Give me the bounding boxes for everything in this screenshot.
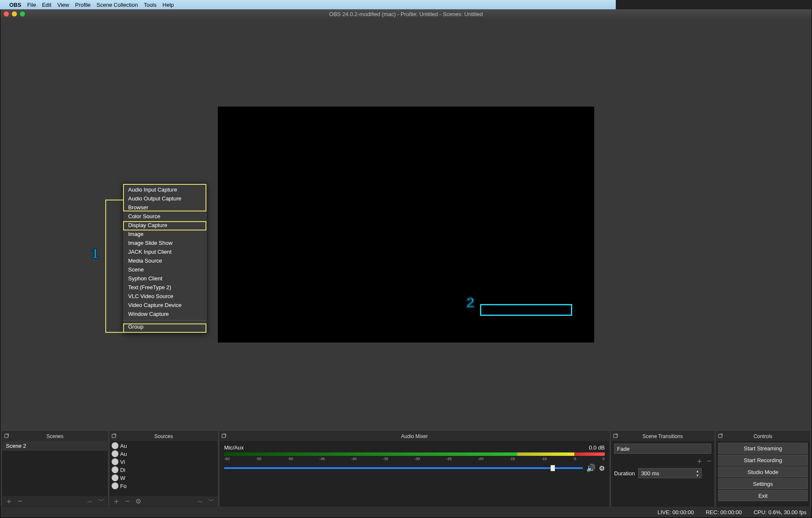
window-titlebar: OBS 24.0.2-modified (mac) - Profile: Unt… <box>0 9 616 19</box>
preview-canvas[interactable] <box>218 107 594 342</box>
menu-item-browser[interactable]: Browser <box>123 203 207 212</box>
preview-area <box>0 19 616 370</box>
menu-tools[interactable]: Tools <box>144 2 156 8</box>
menu-item-video-capture-device[interactable]: Video Capture Device <box>123 301 207 310</box>
menu-separator <box>123 320 207 321</box>
menu-help[interactable]: Help <box>162 2 174 8</box>
menu-item-scene[interactable]: Scene <box>123 265 207 274</box>
menu-edit[interactable]: Edit <box>42 2 51 8</box>
window-close-button[interactable] <box>4 11 9 16</box>
window-minimize-button[interactable] <box>12 11 17 16</box>
menu-item-image-slide-show[interactable]: Image Slide Show <box>123 238 207 247</box>
menu-item-vlc-video-source[interactable]: VLC Video Source <box>123 292 207 301</box>
menu-item-window-capture[interactable]: Window Capture <box>123 310 207 318</box>
traffic-lights <box>4 11 25 16</box>
obs-window: OBS 24.0.2-modified (mac) - Profile: Unt… <box>0 9 616 370</box>
menu-file[interactable]: File <box>27 2 36 8</box>
window-zoom-button[interactable] <box>20 11 25 16</box>
menu-item-color-source[interactable]: Color Source <box>123 212 207 221</box>
menu-profile[interactable]: Profile <box>75 2 91 8</box>
menu-scene-collection[interactable]: Scene Collection <box>96 2 138 8</box>
menu-view[interactable]: View <box>58 2 69 8</box>
menu-item-syphon-client[interactable]: Syphon Client <box>123 274 207 283</box>
window-title: OBS 24.0.2-modified (mac) - Profile: Unt… <box>329 11 483 17</box>
menu-item-media-source[interactable]: Media Source <box>123 256 207 265</box>
menu-item-audio-input-capture[interactable]: Audio Input Capture <box>123 185 207 194</box>
menu-item-text-freetype2[interactable]: Text (FreeType 2) <box>123 283 207 292</box>
menu-item-image[interactable]: Image <box>123 230 207 238</box>
app-menu[interactable]: OBS <box>9 2 21 8</box>
add-source-context-menu[interactable]: Audio Input Capture Audio Output Capture… <box>123 183 207 333</box>
macos-menubar[interactable]: OBS File Edit View Profile Scene Collect… <box>0 0 616 9</box>
menu-item-display-capture[interactable]: Display Capture <box>123 221 207 230</box>
menu-item-group[interactable]: Group <box>123 322 207 331</box>
menu-item-jack-input-client[interactable]: JACK Input Client <box>123 247 207 256</box>
menu-item-audio-output-capture[interactable]: Audio Output Capture <box>123 194 207 203</box>
